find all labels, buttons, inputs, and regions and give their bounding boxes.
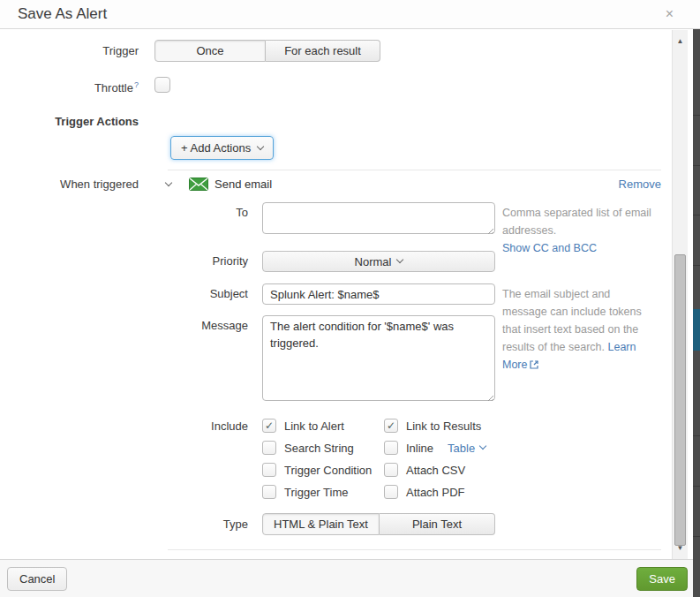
include-option-attach-pdf[interactable]: ✓ Attach PDF [384,485,485,499]
scroll-down-icon[interactable]: ▼ [673,544,688,552]
subject-label: Subject [168,283,262,300]
when-triggered-row: When triggered Send email Remove [0,178,666,191]
to-row: To Comma separated list of email address… [168,202,666,237]
action-title: Send email [215,178,272,191]
to-help-text: Comma separated list of email addresses. [502,207,651,237]
dialog-header: Save As Alert × [0,0,700,29]
checkbox[interactable]: ✓ [384,441,398,455]
scroll-up-icon[interactable]: ▲ [673,37,688,45]
include-row: Include ✓ Link to Alert ✓ Link to Result… [168,419,666,499]
scrollbar-thumb[interactable] [674,254,686,546]
close-icon[interactable]: × [666,5,674,23]
message-input[interactable]: The alert condition for '$name$' was tri… [262,315,495,401]
checkbox[interactable]: ✓ [262,419,276,433]
include-option-inline[interactable]: ✓ Inline Table [384,441,485,455]
checkbox[interactable]: ✓ [384,419,398,433]
check-icon: ✓ [265,420,274,431]
subject-row: Subject The email subject and message ca… [168,283,666,305]
priority-select[interactable]: Normal [262,251,495,272]
trigger-actions-label: Trigger Actions [0,115,154,128]
include-option-trigger-condition[interactable]: ✓ Trigger Condition [262,463,384,477]
subject-input[interactable] [262,283,495,305]
to-label: To [168,202,262,219]
include-option-attach-csv[interactable]: ✓ Attach CSV [384,463,485,477]
type-option-html-plain-text[interactable]: HTML & Plain Text [262,513,380,535]
trigger-actions-row: Trigger Actions [0,115,666,128]
priority-label: Priority [168,251,262,268]
type-option-plain-text[interactable]: Plain Text [380,513,495,535]
dialog-title: Save As Alert [0,5,107,23]
inline-format-select[interactable]: Table [448,442,475,455]
dialog-footer: Cancel Save [0,559,693,597]
background-page-edge [693,29,700,597]
chevron-down-icon [479,442,486,450]
checkbox[interactable]: ✓ [262,441,276,455]
chevron-down-icon [396,256,403,263]
collapse-chevron-icon[interactable] [165,179,172,186]
trigger-segmented-control: Once For each result [154,40,380,62]
save-button[interactable]: Save [636,567,688,591]
to-input[interactable] [262,202,495,234]
trigger-option-once[interactable]: Once [154,40,266,62]
when-triggered-label: When triggered [0,178,154,191]
dialog-body: Trigger Once For each result Throttle? ✓… [0,30,693,559]
include-label: Include [168,419,262,433]
include-option-search-string[interactable]: ✓ Search String [262,441,384,455]
chevron-down-icon [257,143,264,150]
save-as-alert-dialog: Save As Alert × Trigger Once For each re… [0,0,700,597]
checkbox[interactable]: ✓ [384,463,398,477]
remove-action-link[interactable]: Remove [619,178,661,191]
throttle-label: Throttle? [0,77,154,96]
include-options: ✓ Link to Alert ✓ Link to Results ✓ Sear… [262,419,485,499]
include-option-trigger-time[interactable]: ✓ Trigger Time [262,485,384,499]
throttle-checkbox[interactable]: ✓ [154,77,170,93]
checkbox[interactable]: ✓ [384,485,398,499]
type-row: Type HTML & Plain Text Plain Text [168,513,666,535]
include-option-link-to-results[interactable]: ✓ Link to Results [384,419,485,433]
type-label: Type [168,513,262,531]
trigger-label: Trigger [0,40,154,62]
message-label: Message [168,315,262,332]
modal-scrollbar[interactable]: ▲ ▼ [672,30,688,559]
checkbox[interactable]: ✓ [262,463,276,477]
throttle-row: Throttle? ✓ [0,77,666,96]
include-option-link-to-alert[interactable]: ✓ Link to Alert [262,419,384,433]
check-icon: ✓ [387,420,395,431]
show-cc-bcc-link[interactable]: Show CC and BCC [502,242,597,254]
cancel-button[interactable]: Cancel [7,567,67,591]
throttle-help-icon[interactable]: ? [134,80,139,89]
external-link-icon [530,360,538,369]
type-segmented-control: HTML & Plain Text Plain Text [262,513,495,535]
email-icon [189,178,208,191]
background-teal-block [693,309,700,351]
divider [168,549,661,550]
trigger-row: Trigger Once For each result [0,40,666,62]
divider [168,170,661,170]
checkbox[interactable]: ✓ [262,485,276,499]
trigger-option-for-each-result[interactable]: For each result [266,40,380,62]
add-actions-button[interactable]: + Add Actions [170,136,274,160]
